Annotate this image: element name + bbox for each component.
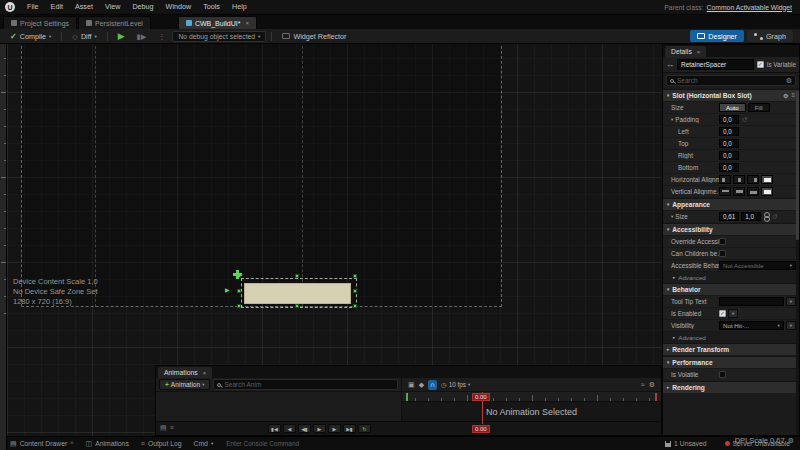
visibility-dropdown[interactable]: Not Hit-... ▾: [719, 321, 784, 330]
filter-tracks-icon[interactable]: ≡: [170, 424, 174, 432]
playback-range-start-marker[interactable]: [406, 393, 408, 401]
animations-drawer-button[interactable]: ◫ Animations: [81, 438, 134, 450]
menu-asset[interactable]: Asset: [69, 0, 99, 14]
expand-tracks-icon[interactable]: ▤: [160, 424, 167, 432]
is-volatile-checkbox[interactable]: [719, 371, 726, 378]
scrollbar-thumb[interactable]: [796, 90, 799, 240]
content-drawer-button[interactable]: ▤ Content Drawer ^: [5, 438, 79, 450]
asset-tab-2[interactable]: CWB_BuildUI*×: [178, 16, 257, 29]
section-appearance[interactable]: ▾ Appearance: [663, 198, 799, 210]
padding-right-input[interactable]: 0,0: [719, 151, 739, 160]
halign-center-button[interactable]: [733, 175, 745, 184]
graph-mode-button[interactable]: Graph: [747, 30, 793, 42]
curve-editor-icon[interactable]: ≈: [641, 381, 645, 389]
valign-top-button[interactable]: [719, 187, 731, 196]
accessible-behavior-dropdown[interactable]: Not Accessible ▾: [719, 261, 796, 270]
halign-left-button[interactable]: [719, 175, 731, 184]
output-log-button[interactable]: ≡ Output Log: [136, 438, 187, 450]
step-back-button[interactable]: ◀: [283, 424, 296, 433]
parent-class-link[interactable]: Common Activatable Widget: [707, 4, 792, 11]
console-input-area[interactable]: [226, 440, 652, 447]
menu-tools[interactable]: Tools: [197, 0, 226, 14]
cmd-dropdown[interactable]: Cmd ▾: [189, 438, 219, 450]
resize-handle-bottom[interactable]: [295, 304, 299, 308]
animation-search[interactable]: [213, 379, 398, 390]
size-fill-button[interactable]: Fill: [748, 103, 770, 112]
children-accessible-checkbox[interactable]: [719, 250, 726, 257]
timeline-ruler[interactable]: [401, 392, 661, 402]
valign-center-button[interactable]: [733, 187, 745, 196]
resize-handle-bottom-right[interactable]: [353, 304, 357, 308]
keyframe-add-icon[interactable]: ◆: [419, 381, 424, 389]
play-reverse-button[interactable]: ◀▮: [298, 424, 311, 433]
menu-file[interactable]: File: [21, 0, 45, 14]
widget-name-input[interactable]: [681, 61, 750, 68]
section-accessibility[interactable]: ▾ Accessibility: [663, 223, 799, 235]
chain-link-icon[interactable]: [763, 212, 769, 221]
tab-animations[interactable]: Animations ×: [158, 367, 212, 378]
timeline-track-area[interactable]: No Animation Selected: [401, 402, 661, 421]
tab-details[interactable]: Details ×: [665, 46, 706, 57]
playhead-time-badge-bottom[interactable]: 0.00: [472, 425, 490, 433]
widget-outline[interactable]: [21, 26, 502, 307]
section-render-transform[interactable]: ▸ Render Transform: [663, 343, 799, 355]
slot-settings-gear-icon[interactable]: ⚙: [783, 92, 788, 99]
padding-left-input[interactable]: 0,0: [719, 127, 739, 136]
anchor-medallion[interactable]: [233, 270, 242, 279]
snap-toggle-icon[interactable]: ∩: [428, 380, 437, 390]
padding-input[interactable]: 0,0: [719, 115, 739, 124]
resize-handle-right[interactable]: [353, 289, 357, 293]
section-performance[interactable]: ▾ Performance: [663, 356, 799, 368]
bind-dropdown-button[interactable]: ▾: [786, 321, 796, 330]
unsaved-assets-button[interactable]: 1 Unsaved: [660, 438, 712, 450]
menu-edit[interactable]: Edit: [45, 0, 69, 14]
close-icon[interactable]: ×: [203, 370, 207, 376]
menu-debug[interactable]: Debug: [126, 0, 159, 14]
padding-bottom-input[interactable]: 0,0: [719, 163, 739, 172]
selected-spacer-widget[interactable]: [244, 283, 351, 304]
section-slot[interactable]: ▾ Slot (Horizontal Box Slot) ⚙ ≡: [663, 89, 799, 101]
halign-fill-button[interactable]: [761, 175, 773, 184]
menu-window[interactable]: Window: [160, 0, 198, 14]
size-auto-button[interactable]: Auto: [719, 103, 746, 112]
padding-top-input[interactable]: 0,0: [719, 139, 739, 148]
spacer-size-y-input[interactable]: 1,0: [741, 212, 761, 221]
compile-button[interactable]: ✓ Compile ▾: [5, 31, 56, 42]
bind-dropdown-button[interactable]: ▾: [728, 309, 738, 318]
playback-range-end-marker[interactable]: [655, 393, 657, 401]
tooltip-text-input[interactable]: [719, 297, 784, 306]
menu-help[interactable]: Help: [226, 0, 253, 14]
section-rendering[interactable]: ▸ Rendering: [663, 381, 799, 393]
go-to-start-button[interactable]: ▮◀: [268, 424, 281, 433]
designer-mode-button[interactable]: Designer: [690, 30, 744, 42]
camera-icon[interactable]: ▣: [408, 381, 415, 389]
chevron-down-icon[interactable]: ▾: [49, 34, 51, 39]
spacer-size-x-input[interactable]: 0,61: [719, 212, 739, 221]
play-options-button[interactable]: ⋮: [153, 31, 170, 42]
frame-skip-button[interactable]: ▮▶: [132, 31, 151, 42]
is-variable-checkbox[interactable]: ✓: [757, 61, 764, 68]
add-animation-button[interactable]: + Animation ▾: [159, 379, 210, 390]
details-search[interactable]: ⚙: [666, 75, 796, 86]
widget-name-field[interactable]: [677, 59, 754, 70]
section-menu-icon[interactable]: ≡: [791, 92, 795, 99]
behavior-advanced-expander[interactable]: ▸ Advanced: [663, 331, 799, 342]
resize-handle-top-right[interactable]: [353, 274, 357, 278]
halign-right-button[interactable]: [747, 175, 759, 184]
reset-icon[interactable]: ↺: [742, 116, 747, 124]
go-to-end-button[interactable]: ▶▮: [343, 424, 356, 433]
is-enabled-checkbox[interactable]: ✓: [719, 310, 726, 317]
expander-arrow-icon[interactable]: ▾: [671, 214, 673, 219]
section-behavior[interactable]: ▾ Behavior: [663, 283, 799, 295]
unreal-logo-icon[interactable]: U: [5, 2, 15, 12]
accessibility-advanced-expander[interactable]: ▸ Advanced: [663, 271, 799, 282]
play-button[interactable]: ▶: [313, 424, 326, 433]
asset-tab-1[interactable]: PersistentLevel: [78, 16, 151, 29]
reset-icon[interactable]: ↺: [772, 213, 777, 221]
valign-bottom-button[interactable]: [747, 187, 759, 196]
resize-handle-top[interactable]: [295, 274, 299, 278]
menu-view[interactable]: View: [99, 0, 126, 14]
filter-gear-icon[interactable]: ⚙: [786, 77, 792, 85]
asset-tab-0[interactable]: Project Settings: [3, 16, 77, 29]
designer-canvas[interactable]: ▶ Zoom -2 Selection: 0,59 x 131 ⚑ None ▾…: [0, 0, 507, 321]
